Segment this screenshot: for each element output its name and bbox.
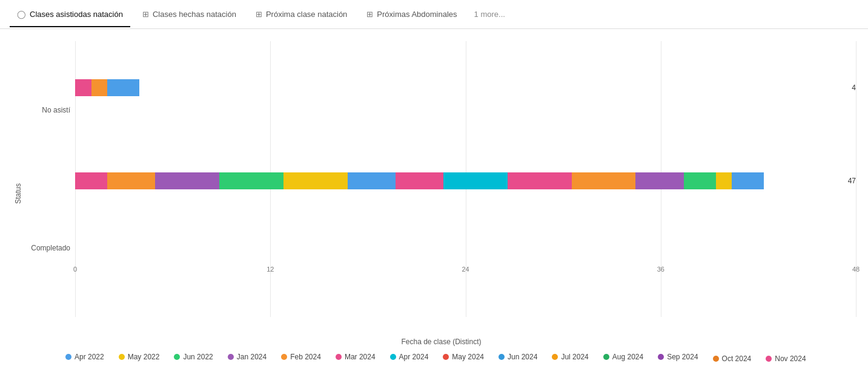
bar-segment — [635, 172, 683, 189]
chart-container: Status No asistí Completado 4 47 — [12, 41, 856, 346]
chart-plot: No asistí Completado 4 47 012243648 — [27, 41, 856, 335]
legend-label: Apr 2022 — [75, 353, 104, 361]
bar-track — [75, 172, 844, 189]
bar-track — [75, 79, 848, 96]
y-label-completado: Completado — [27, 244, 70, 252]
chart-area: Status No asistí Completado 4 47 — [0, 29, 868, 369]
legend-label: Feb 2024 — [290, 353, 321, 361]
legend-label: Apr 2024 — [399, 353, 429, 361]
clock-icon: ◯ — [17, 10, 26, 19]
grid-icon-2: ⊞ — [256, 10, 262, 19]
bar-segment — [219, 172, 283, 189]
tab-clases-hechas[interactable]: ⊞ Clases hechas natación — [135, 2, 244, 27]
legend-color-dot — [281, 354, 287, 360]
bar-segment — [107, 79, 139, 96]
legend-item: May 2024 — [443, 351, 484, 363]
y-axis-label: Status — [12, 41, 24, 346]
bar-segment — [91, 79, 108, 96]
grid-line — [856, 41, 856, 317]
tab-bar: ◯ Clases asistiodas natación ⊞ Clases he… — [0, 0, 868, 29]
bar-segment — [155, 172, 219, 189]
legend: Apr 2022May 2022Jun 2022Jan 2024Feb 2024… — [12, 346, 856, 363]
legend-label: Oct 2024 — [722, 354, 752, 363]
bar-row-completado: 47 — [75, 170, 856, 192]
tab-proxima-clase[interactable]: ⊞ Próxima clase natación — [248, 2, 354, 27]
legend-color-dot — [552, 354, 558, 360]
legend-color-dot — [390, 354, 396, 360]
legend-label: Jan 2024 — [237, 353, 267, 361]
tab-clases-asistidas[interactable]: ◯ Clases asistiodas natación — [10, 2, 130, 27]
bar-segment — [75, 79, 91, 96]
y-label-no-asisti: No asistí — [27, 106, 70, 114]
legend-item: Apr 2024 — [390, 351, 429, 363]
bar-segment — [283, 172, 348, 189]
x-tick: 24 — [462, 266, 469, 273]
legend-item: Jan 2024 — [228, 351, 267, 363]
bar-segment — [732, 172, 764, 189]
x-axis: 012243648 — [75, 263, 856, 281]
x-tick: 12 — [267, 266, 274, 273]
legend-color-dot — [336, 354, 342, 360]
legend-color-dot — [228, 354, 234, 360]
bar-segment — [716, 172, 732, 189]
bar-segment — [443, 172, 508, 189]
grid-icon-1: ⊞ — [142, 10, 149, 19]
legend-label: Mar 2024 — [345, 353, 376, 361]
legend-item: Aug 2024 — [603, 351, 643, 363]
legend-color-dot — [119, 354, 125, 360]
legend-item: Feb 2024 — [281, 351, 321, 363]
bars-area: 4 47 012243648 — [75, 41, 856, 335]
legend-item: Sep 2024 — [658, 351, 698, 363]
legend-label: May 2024 — [452, 353, 484, 361]
legend-item: Jun 2024 — [499, 351, 537, 363]
legend-item: Mar 2024 — [336, 351, 376, 363]
bar-segment — [572, 172, 636, 189]
bar-value: 47 — [848, 177, 856, 185]
tab-label-1: Clases asistiodas natación — [30, 10, 123, 19]
tab-more[interactable]: 1 more... — [469, 2, 510, 26]
bar-value: 4 — [852, 83, 856, 92]
legend-label: Nov 2024 — [775, 354, 806, 363]
legend-label: May 2022 — [128, 353, 160, 361]
y-labels: No asistí Completado — [27, 41, 75, 335]
legend-label: Sep 2024 — [667, 353, 698, 361]
legend-color-dot — [658, 354, 664, 360]
legend-label: Jun 2022 — [183, 353, 213, 361]
legend-color-dot — [766, 356, 772, 362]
x-tick: 0 — [73, 266, 77, 273]
legend-color-dot — [174, 354, 180, 360]
legend-item: Nov 2024 — [766, 354, 806, 363]
legend-item: Jul 2024 — [552, 351, 588, 363]
legend-color-dot — [603, 354, 609, 360]
x-tick: 36 — [657, 266, 664, 273]
bar-segment — [348, 172, 396, 189]
legend-label: Jul 2024 — [561, 353, 588, 361]
x-tick: 48 — [852, 266, 860, 273]
legend-label: Aug 2024 — [612, 353, 643, 361]
legend-item: May 2022 — [119, 351, 160, 363]
legend-color-dot — [499, 354, 505, 360]
legend-label: Jun 2024 — [508, 353, 537, 361]
legend-item: Oct 2024 — [713, 354, 752, 363]
chart-inner: No asistí Completado 4 47 012243648 — [27, 41, 856, 346]
bar-segment — [396, 172, 443, 189]
tab-proximas-abdominales[interactable]: ⊞ Próximas Abdominales — [359, 2, 464, 27]
legend-color-dot — [65, 354, 71, 360]
tab-label-2: Clases hechas natación — [153, 10, 236, 19]
tab-label-3: Próxima clase natación — [266, 10, 347, 19]
legend-color-dot — [713, 356, 719, 362]
bar-segment — [508, 172, 572, 189]
legend-color-dot — [443, 354, 449, 360]
bar-segment — [684, 172, 716, 189]
legend-item: Apr 2022 — [65, 351, 104, 363]
x-axis-label: Fecha de clase (Distinct) — [27, 338, 856, 346]
bar-row-no-asisti: 4 — [75, 77, 856, 99]
legend-item: Jun 2022 — [174, 351, 213, 363]
tab-label-4: Próximas Abdominales — [377, 10, 457, 19]
bar-segment — [75, 172, 107, 189]
bar-segment — [107, 172, 155, 189]
grid-icon-3: ⊞ — [366, 10, 373, 19]
